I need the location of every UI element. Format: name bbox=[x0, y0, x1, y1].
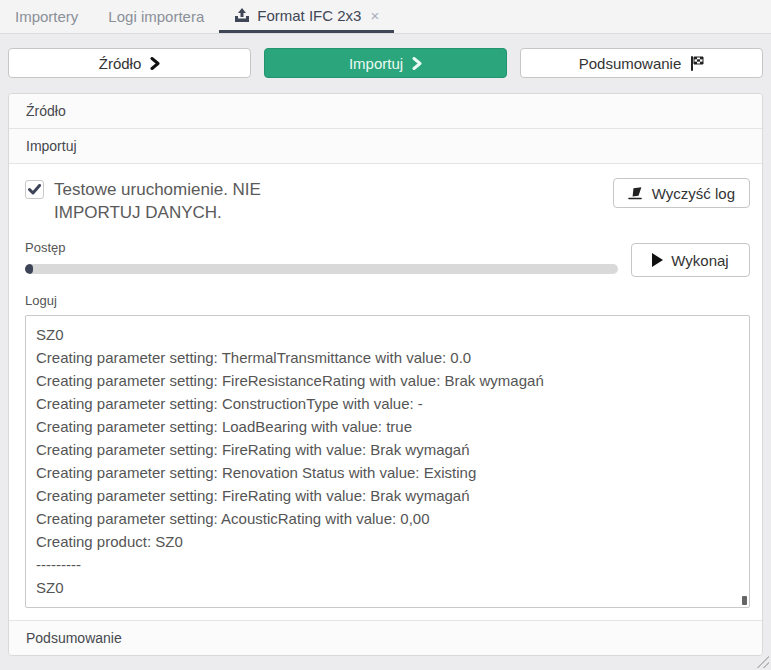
upload-icon bbox=[234, 8, 250, 23]
checkered-flag-icon bbox=[690, 56, 704, 71]
import-section-body: Testowe uruchomienie. NIE IMPORTUJ DANYC… bbox=[9, 164, 762, 620]
progress-row: Postęp Wykonaj bbox=[25, 240, 750, 277]
summary-step-label: Podsumowanie bbox=[579, 55, 682, 72]
page-resize-grip[interactable] bbox=[756, 655, 769, 668]
clear-log-label: Wyczyść log bbox=[652, 185, 735, 202]
accordion-header-summary[interactable]: Podsumowanie bbox=[9, 620, 762, 655]
test-run-label: Testowe uruchomienie. NIE IMPORTUJ DANYC… bbox=[54, 178, 319, 224]
check-icon bbox=[28, 184, 41, 195]
stepper-toolbar: Źródło Importuj Podsumowanie bbox=[8, 48, 763, 78]
accordion-summary-label: Podsumowanie bbox=[26, 630, 122, 646]
summary-step-button[interactable]: Podsumowanie bbox=[520, 48, 763, 78]
tab-label: Format IFC 2x3 bbox=[257, 7, 361, 24]
import-step-button[interactable]: Importuj bbox=[264, 48, 507, 78]
tab-label: Logi importera bbox=[108, 8, 204, 25]
test-run-checkbox-group: Testowe uruchomienie. NIE IMPORTUJ DANYC… bbox=[25, 178, 613, 224]
accordion-import-label: Importuj bbox=[26, 138, 77, 154]
accordion-header-source[interactable]: Źródło bbox=[9, 94, 762, 129]
source-step-label: Źródło bbox=[99, 55, 142, 72]
progress-block: Postęp bbox=[25, 240, 618, 277]
execute-button[interactable]: Wykonaj bbox=[631, 243, 750, 277]
tab-bar: Importery Logi importera Format IFC 2x3 … bbox=[0, 0, 771, 34]
tab-format-ifc-2x3[interactable]: Format IFC 2x3 × bbox=[219, 0, 394, 33]
tab-label: Importery bbox=[15, 8, 78, 25]
play-icon bbox=[652, 253, 663, 267]
accordion-source-label: Źródło bbox=[26, 103, 66, 119]
chevron-right-icon bbox=[412, 57, 422, 70]
log-textarea[interactable]: SZ0 Creating parameter setting: ThermalT… bbox=[25, 315, 750, 608]
source-step-button[interactable]: Źródło bbox=[8, 48, 251, 78]
log-container: SZ0 Creating parameter setting: ThermalT… bbox=[25, 315, 750, 608]
chevron-right-icon bbox=[150, 57, 160, 70]
tab-importery[interactable]: Importery bbox=[0, 0, 93, 33]
clear-log-button[interactable]: Wyczyść log bbox=[613, 178, 750, 208]
accordion-header-import[interactable]: Importuj bbox=[9, 129, 762, 164]
tab-logi-importera[interactable]: Logi importera bbox=[93, 0, 219, 33]
wizard-panel: Źródło Importuj Testowe uruchomienie. NI… bbox=[8, 93, 763, 656]
test-run-checkbox[interactable] bbox=[25, 180, 44, 199]
progress-fill bbox=[25, 264, 33, 274]
progress-bar bbox=[25, 264, 618, 274]
close-icon[interactable]: × bbox=[370, 7, 379, 24]
log-label: Loguj bbox=[25, 293, 750, 308]
eraser-icon bbox=[628, 187, 644, 200]
test-run-row: Testowe uruchomienie. NIE IMPORTUJ DANYC… bbox=[25, 178, 750, 224]
execute-label: Wykonaj bbox=[671, 252, 728, 269]
progress-label: Postęp bbox=[25, 240, 618, 255]
import-step-label: Importuj bbox=[349, 55, 403, 72]
